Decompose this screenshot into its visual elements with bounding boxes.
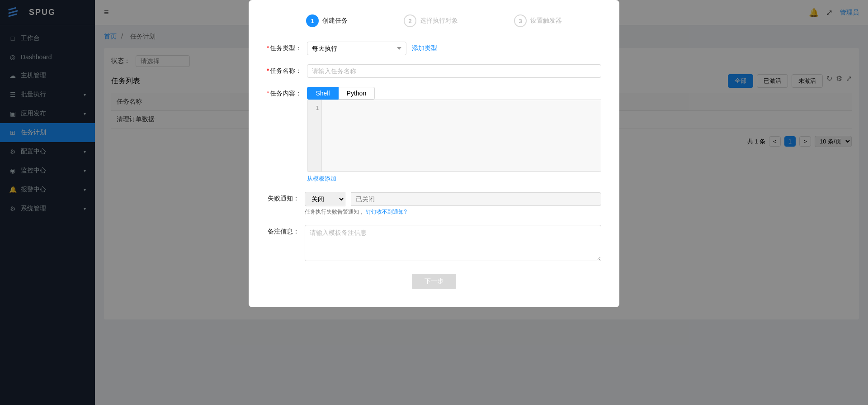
remark-label: 备注信息：	[267, 225, 299, 236]
task-content-label: *任务内容：	[267, 87, 302, 98]
step-2-label: 选择执行对象	[420, 17, 458, 25]
remark-row: 备注信息：	[267, 225, 601, 263]
task-type-control: 每天执行 每周执行 每月执行 自定义 添加类型	[307, 42, 601, 55]
line-number: 1	[310, 104, 319, 113]
form-footer: 下一步	[267, 274, 601, 289]
step-3: 3 设置触发器	[514, 14, 562, 27]
add-type-link[interactable]: 添加类型	[412, 44, 437, 52]
notify-hint: 任务执行失败告警通知， 钉钉收不到通知?	[305, 208, 601, 216]
step-1: 1 创建任务	[306, 14, 348, 27]
create-task-modal: 1 创建任务 2 选择执行对象 3 设置触发器 *任务类型：	[249, 0, 619, 307]
template-link[interactable]: 从模板添加	[307, 175, 336, 183]
step-2-circle: 2	[404, 14, 416, 27]
fail-notify-control: 关闭 开启 任务执行失败告警通知， 钉钉收不到通知?	[305, 192, 601, 216]
notify-input[interactable]	[351, 192, 601, 206]
step-line-2	[463, 21, 509, 21]
notify-row: 关闭 开启	[305, 192, 601, 206]
task-content-row: *任务内容： Shell Python 1 从模板添加	[267, 87, 601, 183]
python-tab[interactable]: Python	[339, 87, 375, 100]
fail-notify-label: 失败通知：	[267, 192, 299, 203]
fail-notify-row: 失败通知： 关闭 开启 任务执行失败告警通知， 钉钉收不到通知?	[267, 192, 601, 216]
task-name-input[interactable]	[307, 64, 601, 78]
remark-textarea[interactable]	[305, 225, 601, 261]
remark-control	[305, 225, 601, 263]
content-tab-group: Shell Python	[307, 87, 601, 100]
task-type-label: *任务类型：	[267, 42, 302, 52]
code-editor: 1	[307, 100, 601, 172]
task-type-row: *任务类型： 每天执行 每周执行 每月执行 自定义 添加类型	[267, 42, 601, 55]
task-content-control: Shell Python 1 从模板添加	[307, 87, 601, 183]
task-name-label: *任务名称：	[267, 64, 302, 75]
step-2: 2 选择执行对象	[404, 14, 458, 27]
step-3-circle: 3	[514, 14, 527, 27]
task-type-select[interactable]: 每天执行 每周执行 每月执行 自定义	[307, 42, 406, 55]
task-name-control	[307, 64, 601, 78]
step-1-label: 创建任务	[322, 17, 348, 25]
step-1-circle: 1	[306, 14, 319, 27]
step-header: 1 创建任务 2 选择执行对象 3 设置触发器	[267, 14, 601, 27]
code-textarea[interactable]	[322, 100, 601, 172]
next-button[interactable]: 下一步	[412, 274, 456, 289]
notify-type-select[interactable]: 关闭 开启	[305, 192, 345, 206]
notify-hint-link[interactable]: 钉钉收不到通知?	[366, 209, 407, 215]
shell-tab[interactable]: Shell	[307, 87, 338, 100]
task-name-row: *任务名称：	[267, 64, 601, 78]
code-gutter: 1	[307, 100, 322, 172]
modal-overlay: 1 创建任务 2 选择执行对象 3 设置触发器 *任务类型：	[0, 0, 868, 405]
step-3-label: 设置触发器	[530, 17, 562, 25]
step-line-1	[353, 21, 398, 21]
